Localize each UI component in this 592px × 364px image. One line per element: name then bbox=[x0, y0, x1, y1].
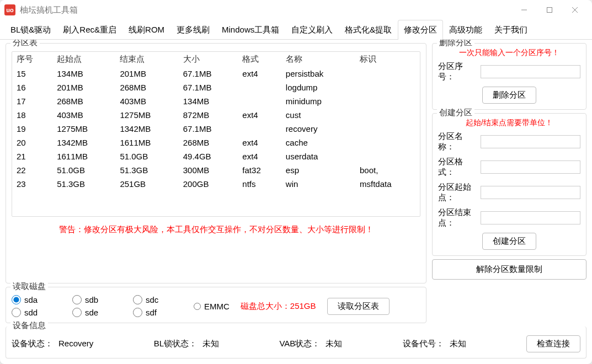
radio-sdf[interactable]: sdf bbox=[133, 308, 183, 317]
table-cell: 268MB bbox=[179, 136, 238, 149]
tab-8[interactable]: 高级功能 bbox=[443, 20, 488, 40]
check-connection-button[interactable]: 检查连接 bbox=[526, 335, 580, 352]
table-cell: persistbak bbox=[281, 67, 355, 81]
partition-seq-input[interactable] bbox=[481, 65, 580, 78]
delete-partition-button[interactable]: 删除分区 bbox=[482, 87, 536, 104]
table-cell: 1611MB bbox=[115, 136, 178, 149]
table-cell: ext4 bbox=[238, 108, 281, 122]
bl-status-label: BL锁状态： bbox=[154, 339, 197, 349]
radio-sdd[interactable]: sdd bbox=[12, 308, 61, 317]
disk-size-label: 磁盘总大小：251GB bbox=[241, 301, 316, 312]
table-cell: 1342MB bbox=[52, 136, 115, 149]
table-cell: boot, bbox=[355, 163, 420, 177]
table-cell: recovery bbox=[281, 122, 355, 136]
create-partition-hint: 起始/结束点需要带单位！ bbox=[438, 118, 580, 128]
table-cell bbox=[355, 136, 420, 149]
unlock-partition-limit-button[interactable]: 解除分区数量限制 bbox=[432, 259, 586, 280]
tab-4[interactable]: Mindows工具箱 bbox=[216, 20, 285, 40]
table-cell: ntfs bbox=[238, 177, 281, 191]
partition-table-scroll[interactable]: 序号起始点结束点大小格式名称标识 15134MB201MB67.1MBext4p… bbox=[12, 51, 420, 217]
svg-rect-1 bbox=[547, 8, 552, 13]
table-row[interactable]: 191275MB1342MB67.1MBrecovery bbox=[12, 122, 420, 136]
table-cell: 51.3GB bbox=[52, 177, 115, 191]
table-cell bbox=[238, 94, 281, 108]
radio-sdc[interactable]: sdc bbox=[133, 295, 183, 304]
table-cell: 22 bbox=[12, 163, 52, 177]
partition-start-label: 分区起始点： bbox=[438, 182, 477, 203]
table-cell bbox=[355, 108, 420, 122]
tab-9[interactable]: 关于我们 bbox=[488, 20, 534, 40]
device-info-title: 设备信息 bbox=[10, 320, 48, 331]
read-partition-table-button[interactable]: 读取分区表 bbox=[327, 298, 390, 315]
tab-2[interactable]: 线刷ROM bbox=[122, 20, 170, 40]
partition-format-label: 分区格式： bbox=[438, 157, 477, 178]
read-disk-title: 读取磁盘 bbox=[10, 281, 48, 292]
radio-sda[interactable]: sda bbox=[12, 295, 61, 304]
device-info-group: 设备信息 设备状态：Recovery BL锁状态：未知 VAB状态：未知 设备代… bbox=[6, 326, 586, 358]
device-code-value: 未知 bbox=[450, 339, 466, 349]
vab-status-value: 未知 bbox=[326, 339, 342, 349]
partition-table: 序号起始点结束点大小格式名称标识 15134MB201MB67.1MBext4p… bbox=[12, 52, 420, 191]
table-row[interactable]: 16201MB268MB67.1MBlogdump bbox=[12, 81, 420, 94]
table-row[interactable]: 15134MB201MB67.1MBext4persistbak bbox=[12, 67, 420, 81]
tab-3[interactable]: 更多线刷 bbox=[170, 20, 216, 40]
tab-6[interactable]: 格式化&提取 bbox=[339, 20, 398, 40]
table-row[interactable]: 201342MB1611MB268MBext4cache bbox=[12, 136, 420, 149]
app-icon: uo bbox=[4, 4, 15, 15]
table-header: 起始点 bbox=[52, 52, 115, 67]
minimize-button[interactable] bbox=[511, 1, 537, 19]
table-row[interactable]: 2251.0GB51.3GB300MBfat32espboot, bbox=[12, 163, 420, 177]
table-row[interactable]: 211611MB51.0GB49.4GBext4userdata bbox=[12, 149, 420, 163]
table-cell: 403MB bbox=[52, 108, 115, 122]
table-cell: 134MB bbox=[179, 94, 238, 108]
partition-table-title: 分区表 bbox=[10, 40, 40, 48]
table-cell: 67.1MB bbox=[179, 122, 238, 136]
table-cell bbox=[355, 122, 420, 136]
table-cell: ext4 bbox=[238, 67, 281, 81]
delete-partition-group: 删除分区 一次只能输入一个分区序号！ 分区序号： 删除分区 bbox=[432, 43, 586, 110]
partition-end-label: 分区结束点： bbox=[438, 207, 477, 228]
tab-5[interactable]: 自定义刷入 bbox=[285, 20, 339, 40]
partition-name-input[interactable] bbox=[481, 135, 580, 148]
table-header: 序号 bbox=[12, 52, 52, 67]
close-button[interactable] bbox=[562, 1, 588, 19]
table-cell: 21 bbox=[12, 149, 52, 163]
delete-partition-title: 删除分区 bbox=[437, 40, 474, 48]
table-cell bbox=[238, 81, 281, 94]
table-header: 名称 bbox=[281, 52, 355, 67]
tab-1[interactable]: 刷入Rec&重启 bbox=[57, 20, 122, 40]
partition-warning: 警告：修改分区有极大风险，本工具仅作交互操作，不对分区数量、大小等进行限制！ bbox=[12, 217, 420, 243]
table-cell: esp bbox=[281, 163, 355, 177]
tab-bar: BL锁&驱动刷入Rec&重启线刷ROM更多线刷Mindows工具箱自定义刷入格式… bbox=[0, 20, 592, 40]
table-cell: 1342MB bbox=[115, 122, 178, 136]
table-cell: msftdata bbox=[355, 177, 420, 191]
device-status-label: 设备状态： bbox=[12, 339, 53, 349]
table-row[interactable]: 17268MB403MB134MBminidump bbox=[12, 94, 420, 108]
table-cell: 251GB bbox=[115, 177, 178, 191]
titlebar: uo 柚坛搞机工具箱 bbox=[0, 0, 592, 20]
table-row[interactable]: 18403MB1275MB872MBext4cust bbox=[12, 108, 420, 122]
maximize-button[interactable] bbox=[537, 1, 562, 19]
table-cell: 51.3GB bbox=[115, 163, 178, 177]
table-cell: 1275MB bbox=[115, 108, 178, 122]
table-row[interactable]: 2351.3GB251GB200GBntfswinmsftdata bbox=[12, 177, 420, 191]
tab-0[interactable]: BL锁&驱动 bbox=[4, 20, 57, 40]
tab-7[interactable]: 修改分区 bbox=[398, 20, 443, 40]
radio-sde[interactable]: sde bbox=[72, 308, 122, 317]
table-cell: 403MB bbox=[115, 94, 178, 108]
partition-end-input[interactable] bbox=[481, 211, 580, 224]
table-cell: 67.1MB bbox=[179, 67, 238, 81]
table-cell: userdata bbox=[281, 149, 355, 163]
create-partition-button[interactable]: 创建分区 bbox=[482, 233, 536, 250]
table-cell bbox=[238, 122, 281, 136]
window-title: 柚坛搞机工具箱 bbox=[20, 5, 511, 15]
table-cell: 268MB bbox=[52, 94, 115, 108]
partition-format-input[interactable] bbox=[481, 160, 580, 174]
radio-sdb[interactable]: sdb bbox=[72, 295, 122, 304]
table-header: 大小 bbox=[179, 52, 238, 67]
partition-seq-label: 分区序号： bbox=[438, 61, 477, 82]
partition-start-input[interactable] bbox=[481, 186, 580, 199]
table-cell: 1611MB bbox=[52, 149, 115, 163]
radio-emmc[interactable]: EMMC bbox=[194, 302, 230, 311]
table-cell: ext4 bbox=[238, 136, 281, 149]
